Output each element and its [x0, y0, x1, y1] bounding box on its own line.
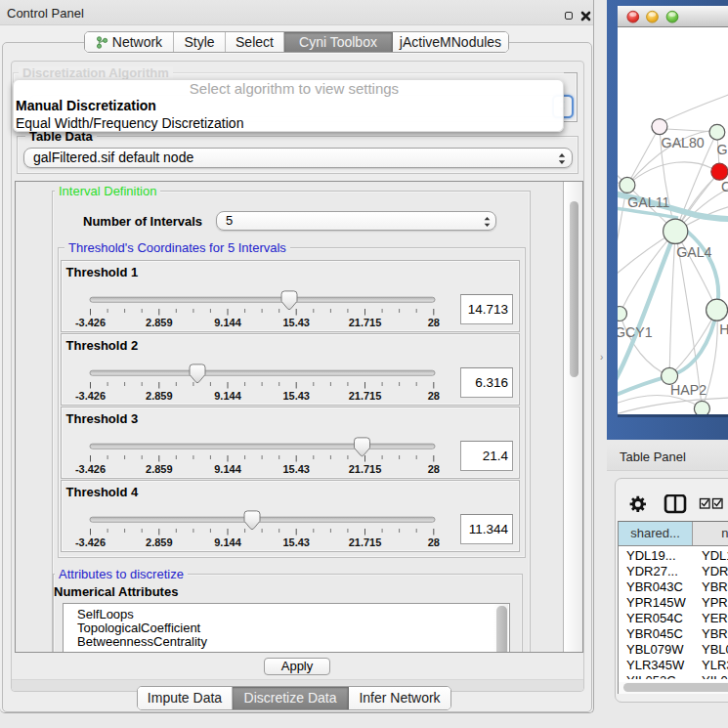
svg-text:GCY1: GCY1	[618, 324, 653, 340]
svg-text:21.715: 21.715	[349, 536, 382, 548]
svg-text:C: C	[721, 179, 728, 194]
svg-text:9.144: 9.144	[214, 463, 241, 475]
svg-text:-3.426: -3.426	[75, 390, 106, 402]
svg-text:2.859: 2.859	[146, 463, 173, 475]
svg-text:28: 28	[428, 390, 440, 402]
svg-text:GAL4: GAL4	[676, 244, 711, 260]
svg-text:15.43: 15.43	[282, 536, 310, 548]
svg-text:21.715: 21.715	[349, 317, 382, 328]
svg-text:H: H	[719, 321, 728, 337]
svg-text:9.144: 9.144	[214, 536, 241, 548]
svg-text:15.43: 15.43	[282, 463, 310, 475]
svg-text:HAP2: HAP2	[670, 382, 707, 398]
svg-text:15.43: 15.43	[282, 390, 310, 402]
svg-text:GAL80: GAL80	[662, 135, 705, 150]
svg-text:2.859: 2.859	[146, 390, 173, 402]
svg-text:21.715: 21.715	[349, 390, 382, 402]
svg-text:28: 28	[428, 317, 440, 328]
svg-text:28: 28	[428, 536, 440, 548]
svg-text:28: 28	[428, 463, 440, 475]
svg-text:-3.426: -3.426	[75, 463, 106, 475]
svg-text:-3.426: -3.426	[75, 317, 106, 328]
svg-text:21.715: 21.715	[349, 463, 382, 475]
svg-text:2.859: 2.859	[146, 536, 173, 548]
svg-text:9.144: 9.144	[214, 317, 241, 328]
svg-text:9.144: 9.144	[214, 390, 241, 402]
svg-text:15.43: 15.43	[282, 317, 310, 328]
svg-text:-3.426: -3.426	[75, 536, 106, 548]
svg-text:GAL11: GAL11	[627, 194, 669, 210]
svg-text:2.859: 2.859	[146, 317, 173, 328]
svg-text:G: G	[717, 142, 728, 157]
